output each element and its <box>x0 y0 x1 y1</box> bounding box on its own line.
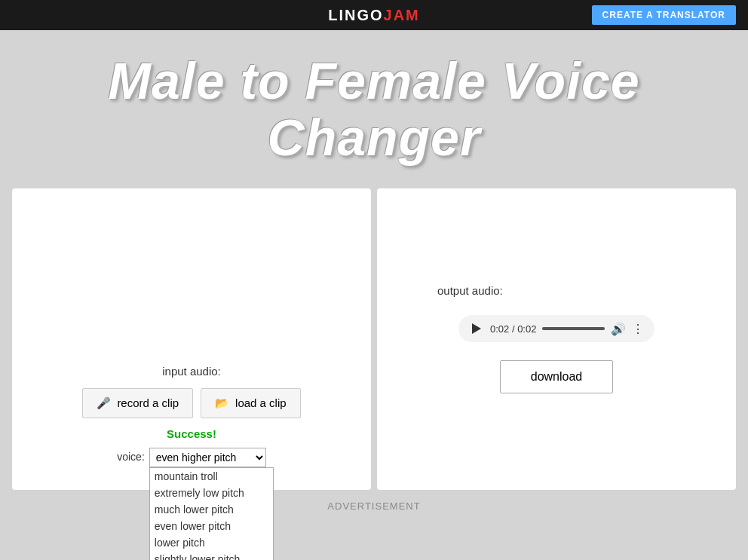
audio-buttons: 🎤 record a clip 📂 load a clip <box>82 388 300 418</box>
option-slightly-lower-pitch[interactable]: slightly lower pitch <box>150 551 273 560</box>
option-mountain-troll[interactable]: mountain troll <box>150 468 273 485</box>
progress-fill <box>542 327 605 330</box>
voice-select-wrapper: even higher pitch mountain troll extreme… <box>149 448 266 467</box>
voice-dropdown: mountain troll extremely low pitch much … <box>149 467 274 560</box>
voice-select[interactable]: even higher pitch <box>149 448 266 467</box>
load-button[interactable]: 📂 load a clip <box>201 388 301 418</box>
left-panel: input audio: 🎤 record a clip 📂 load a cl… <box>12 188 371 490</box>
option-even-lower-pitch[interactable]: even lower pitch <box>150 518 273 534</box>
play-icon <box>472 323 481 334</box>
load-button-label: load a clip <box>235 396 287 409</box>
voice-row: voice: even higher pitch mountain troll … <box>117 448 266 467</box>
logo-lingo: LINGO <box>328 7 383 24</box>
folder-icon: 📂 <box>215 396 229 410</box>
microphone-icon: 🎤 <box>97 396 111 410</box>
create-translator-button[interactable]: CREATE A TRANSLATOR <box>592 5 736 25</box>
page-title: Male to Female Voice Changer <box>15 53 733 166</box>
input-audio-label: input audio: <box>162 365 221 378</box>
option-much-lower-pitch[interactable]: much lower pitch <box>150 501 273 518</box>
hero-section: Male to Female Voice Changer <box>0 30 748 181</box>
option-extremely-low-pitch[interactable]: extremely low pitch <box>150 485 273 501</box>
logo-jam: JAM <box>384 7 420 24</box>
option-lower-pitch[interactable]: lower pitch <box>150 534 273 551</box>
voice-label: voice: <box>117 448 145 463</box>
volume-icon[interactable]: 🔊 <box>611 322 626 336</box>
main-area: input audio: 🎤 record a clip 📂 load a cl… <box>12 188 736 490</box>
record-button-label: record a clip <box>117 396 179 409</box>
more-options-icon[interactable]: ⋮ <box>632 322 644 336</box>
audio-player: 0:02 / 0:02 🔊 ⋮ <box>458 315 654 342</box>
time-display: 0:02 / 0:02 <box>490 323 536 335</box>
success-message: Success! <box>167 427 216 440</box>
progress-bar[interactable] <box>542 327 605 330</box>
advertisement-area: ADVERTISEMENT <box>0 490 748 522</box>
download-button[interactable]: download <box>500 360 614 393</box>
logo: LINGO JAM <box>328 7 420 24</box>
top-navigation: LINGO JAM CREATE A TRANSLATOR <box>0 0 748 30</box>
play-button[interactable] <box>469 321 484 336</box>
record-button[interactable]: 🎤 record a clip <box>82 388 193 418</box>
output-audio-label: output audio: <box>437 284 503 297</box>
right-panel: output audio: 0:02 / 0:02 🔊 ⋮ download <box>377 188 736 490</box>
advertisement-label: ADVERTISEMENT <box>327 500 420 512</box>
